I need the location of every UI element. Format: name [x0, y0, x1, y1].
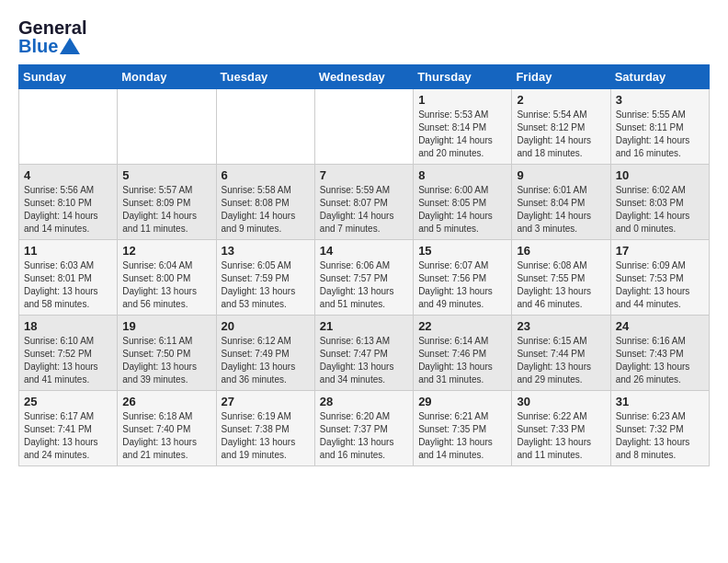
day-number: 8 [418, 168, 506, 182]
day-info: Sunrise: 5:57 AM Sunset: 8:09 PM Dayligh… [122, 184, 210, 236]
calendar-cell: 18Sunrise: 6:10 AM Sunset: 7:52 PM Dayli… [19, 316, 118, 391]
day-info: Sunrise: 6:17 AM Sunset: 7:41 PM Dayligh… [24, 410, 112, 462]
day-number: 29 [418, 395, 506, 408]
calendar-cell: 14Sunrise: 6:06 AM Sunset: 7:57 PM Dayli… [314, 240, 413, 316]
weekday-header: Thursday [414, 65, 512, 89]
weekday-header: Wednesday [314, 65, 413, 89]
day-number: 17 [616, 244, 704, 258]
day-number: 12 [122, 244, 210, 258]
day-info: Sunrise: 6:19 AM Sunset: 7:38 PM Dayligh… [222, 410, 310, 462]
calendar-cell: 11Sunrise: 6:03 AM Sunset: 8:01 PM Dayli… [19, 240, 118, 316]
day-number: 6 [222, 168, 310, 182]
day-number: 11 [24, 244, 112, 258]
calendar-cell: 3Sunrise: 5:55 AM Sunset: 8:11 PM Daylig… [610, 89, 709, 165]
calendar-cell: 19Sunrise: 6:11 AM Sunset: 7:50 PM Dayli… [118, 316, 216, 391]
calendar-cell: 22Sunrise: 6:14 AM Sunset: 7:46 PM Dayli… [414, 316, 512, 391]
logo-icon: General Blue [18, 18, 86, 55]
day-number: 3 [616, 93, 704, 107]
day-number: 18 [24, 319, 112, 333]
calendar-cell [118, 89, 216, 165]
day-info: Sunrise: 6:12 AM Sunset: 7:49 PM Dayligh… [222, 335, 310, 386]
day-number: 10 [616, 168, 704, 182]
day-number: 31 [616, 395, 704, 408]
logo-general: General [18, 18, 86, 37]
day-number: 25 [24, 395, 112, 408]
day-info: Sunrise: 5:58 AM Sunset: 8:08 PM Dayligh… [222, 184, 310, 236]
day-info: Sunrise: 6:01 AM Sunset: 8:04 PM Dayligh… [517, 184, 605, 236]
day-number: 14 [320, 244, 408, 258]
calendar-cell: 29Sunrise: 6:21 AM Sunset: 7:35 PM Dayli… [414, 391, 512, 466]
calendar-header-row: SundayMondayTuesdayWednesdayThursdayFrid… [19, 65, 710, 89]
weekday-header: Tuesday [216, 65, 314, 89]
calendar-cell: 24Sunrise: 6:16 AM Sunset: 7:43 PM Dayli… [610, 316, 709, 391]
calendar-week-row: 1Sunrise: 5:53 AM Sunset: 8:14 PM Daylig… [19, 89, 710, 165]
calendar-cell: 8Sunrise: 6:00 AM Sunset: 8:05 PM Daylig… [414, 165, 512, 240]
day-info: Sunrise: 6:04 AM Sunset: 8:00 PM Dayligh… [122, 259, 210, 311]
day-info: Sunrise: 6:03 AM Sunset: 8:01 PM Dayligh… [24, 259, 112, 311]
day-number: 19 [122, 319, 210, 333]
calendar-cell: 17Sunrise: 6:09 AM Sunset: 7:53 PM Dayli… [610, 240, 709, 316]
day-info: Sunrise: 6:10 AM Sunset: 7:52 PM Dayligh… [24, 335, 112, 386]
day-info: Sunrise: 6:21 AM Sunset: 7:35 PM Dayligh… [418, 410, 506, 462]
day-number: 9 [517, 168, 605, 182]
calendar-cell: 16Sunrise: 6:08 AM Sunset: 7:55 PM Dayli… [512, 240, 610, 316]
day-info: Sunrise: 6:02 AM Sunset: 8:03 PM Dayligh… [616, 184, 704, 236]
page-header: General Blue [18, 18, 710, 55]
logo-blue: Blue [18, 37, 58, 55]
day-info: Sunrise: 6:09 AM Sunset: 7:53 PM Dayligh… [616, 259, 704, 311]
day-number: 4 [24, 168, 112, 182]
day-info: Sunrise: 6:11 AM Sunset: 7:50 PM Dayligh… [122, 335, 210, 386]
day-number: 26 [122, 395, 210, 408]
calendar-cell: 30Sunrise: 6:22 AM Sunset: 7:33 PM Dayli… [512, 391, 610, 466]
calendar-cell: 27Sunrise: 6:19 AM Sunset: 7:38 PM Dayli… [216, 391, 314, 466]
day-info: Sunrise: 6:00 AM Sunset: 8:05 PM Dayligh… [418, 184, 506, 236]
day-info: Sunrise: 5:54 AM Sunset: 8:12 PM Dayligh… [517, 109, 605, 160]
day-info: Sunrise: 6:23 AM Sunset: 7:32 PM Dayligh… [616, 410, 704, 462]
calendar-cell: 4Sunrise: 5:56 AM Sunset: 8:10 PM Daylig… [19, 165, 118, 240]
day-info: Sunrise: 6:15 AM Sunset: 7:44 PM Dayligh… [517, 335, 605, 386]
calendar-cell: 5Sunrise: 5:57 AM Sunset: 8:09 PM Daylig… [118, 165, 216, 240]
logo: General Blue [18, 18, 86, 55]
svg-marker-0 [60, 38, 80, 54]
day-info: Sunrise: 6:13 AM Sunset: 7:47 PM Dayligh… [320, 335, 408, 386]
calendar-table: SundayMondayTuesdayWednesdayThursdayFrid… [18, 64, 710, 466]
calendar-cell: 15Sunrise: 6:07 AM Sunset: 7:56 PM Dayli… [414, 240, 512, 316]
day-number: 5 [122, 168, 210, 182]
day-info: Sunrise: 6:06 AM Sunset: 7:57 PM Dayligh… [320, 259, 408, 311]
calendar-cell: 7Sunrise: 5:59 AM Sunset: 8:07 PM Daylig… [314, 165, 413, 240]
weekday-header: Friday [512, 65, 610, 89]
calendar-week-row: 18Sunrise: 6:10 AM Sunset: 7:52 PM Dayli… [19, 316, 710, 391]
day-number: 20 [222, 319, 310, 333]
calendar-cell: 31Sunrise: 6:23 AM Sunset: 7:32 PM Dayli… [610, 391, 709, 466]
day-number: 27 [222, 395, 310, 408]
calendar-week-row: 11Sunrise: 6:03 AM Sunset: 8:01 PM Dayli… [19, 240, 710, 316]
calendar-cell: 28Sunrise: 6:20 AM Sunset: 7:37 PM Dayli… [314, 391, 413, 466]
day-number: 30 [517, 395, 605, 408]
calendar-week-row: 25Sunrise: 6:17 AM Sunset: 7:41 PM Dayli… [19, 391, 710, 466]
day-number: 2 [517, 93, 605, 107]
day-number: 7 [320, 168, 408, 182]
day-info: Sunrise: 6:14 AM Sunset: 7:46 PM Dayligh… [418, 335, 506, 386]
weekday-header: Sunday [19, 65, 118, 89]
day-number: 15 [418, 244, 506, 258]
calendar-cell: 10Sunrise: 6:02 AM Sunset: 8:03 PM Dayli… [610, 165, 709, 240]
day-info: Sunrise: 5:53 AM Sunset: 8:14 PM Dayligh… [418, 109, 506, 160]
day-number: 23 [517, 319, 605, 333]
calendar-cell [19, 89, 118, 165]
calendar-cell: 12Sunrise: 6:04 AM Sunset: 8:00 PM Dayli… [118, 240, 216, 316]
calendar-cell: 25Sunrise: 6:17 AM Sunset: 7:41 PM Dayli… [19, 391, 118, 466]
calendar-cell: 23Sunrise: 6:15 AM Sunset: 7:44 PM Dayli… [512, 316, 610, 391]
day-number: 1 [418, 93, 506, 107]
calendar-cell: 20Sunrise: 6:12 AM Sunset: 7:49 PM Dayli… [216, 316, 314, 391]
calendar-week-row: 4Sunrise: 5:56 AM Sunset: 8:10 PM Daylig… [19, 165, 710, 240]
day-number: 16 [517, 244, 605, 258]
calendar-cell: 6Sunrise: 5:58 AM Sunset: 8:08 PM Daylig… [216, 165, 314, 240]
day-number: 21 [320, 319, 408, 333]
day-number: 22 [418, 319, 506, 333]
calendar-cell: 26Sunrise: 6:18 AM Sunset: 7:40 PM Dayli… [118, 391, 216, 466]
day-number: 28 [320, 395, 408, 408]
logo-triangle-icon [60, 38, 80, 54]
calendar-cell: 2Sunrise: 5:54 AM Sunset: 8:12 PM Daylig… [512, 89, 610, 165]
calendar-cell: 21Sunrise: 6:13 AM Sunset: 7:47 PM Dayli… [314, 316, 413, 391]
weekday-header: Monday [118, 65, 216, 89]
